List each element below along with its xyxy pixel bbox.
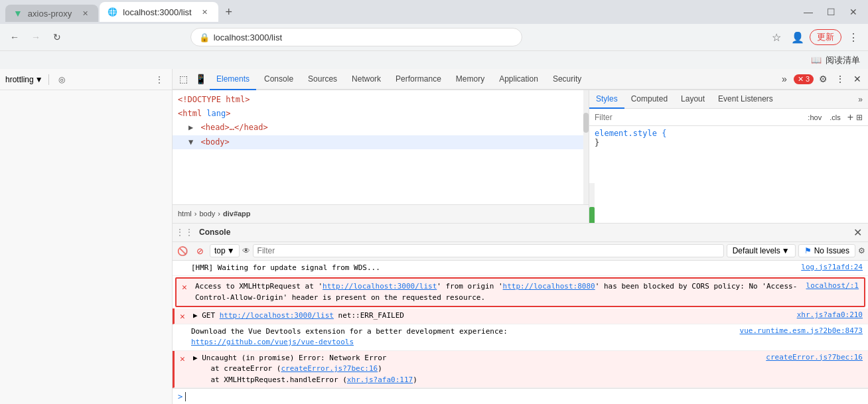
console-input-row: > <box>173 388 868 404</box>
get-error-source[interactable]: xhr.js?afa0:210 <box>792 310 863 319</box>
bookmark-button[interactable]: ☆ <box>767 28 786 46</box>
console-filter-button[interactable]: ⊘ <box>192 243 207 258</box>
cors-error-source[interactable]: localhost/:1 <box>801 281 859 290</box>
get-error-icon: ✕ <box>180 311 189 321</box>
console-filter-input[interactable] <box>253 244 724 257</box>
console-label: Console <box>194 228 236 237</box>
html-viewer[interactable]: <!DOCTYPE html> <html lang> ▶ <head>…</h… <box>173 90 589 204</box>
close-window-button[interactable]: ✕ <box>844 3 863 21</box>
styles-panel: Styles Computed Layout Event Listeners » <box>589 90 868 223</box>
tab-console[interactable]: Console <box>257 69 300 90</box>
log-levels-arrow: ▼ <box>782 246 790 255</box>
devtools-settings-button[interactable]: ⚙ <box>815 71 831 87</box>
vue-favicon: ▼ <box>13 8 23 19</box>
close-devtools-button[interactable]: ✕ <box>849 71 865 87</box>
divider <box>48 74 49 85</box>
uncaught-error-source[interactable]: createError.js?7bec:16 <box>760 353 863 362</box>
console-msg-uncaught: ✕ ▶ Uncaught (in promise) Error: Network… <box>173 351 868 389</box>
hmr-msg-source[interactable]: log.js?1afd:24 <box>796 263 863 271</box>
profile-button[interactable]: 👤 <box>788 28 807 46</box>
log-levels-select[interactable]: Default levels ▼ <box>727 244 796 257</box>
devtools-panel: ⬚ 📱 Elements Console Sources Network Per… <box>173 69 868 404</box>
more-menu-button[interactable]: ⋮ <box>844 28 863 46</box>
cors-link1[interactable]: http://localhost:3000/list <box>323 282 437 291</box>
styles-tab-layout[interactable]: Layout <box>674 90 711 109</box>
hov-filter-button[interactable]: :hov <box>805 113 824 122</box>
html-line-body[interactable]: ▼ <body> <box>173 135 589 149</box>
more-icon-btn[interactable]: ⋮ <box>152 72 167 87</box>
styles-tab-styles[interactable]: Styles <box>589 90 624 109</box>
hmr-msg-text: [HMR] Waiting for update signal from WDS… <box>191 263 796 274</box>
vue-devtools-link[interactable]: https://github.com/vuejs/vue-devtools <box>191 338 354 346</box>
issues-filter[interactable]: ⚑ No Issues <box>798 244 855 257</box>
console-caret <box>185 392 186 401</box>
error-badge: ✕ 3 <box>794 74 814 84</box>
styles-tabs: Styles Computed Layout Event Listeners » <box>589 90 868 109</box>
tab-security[interactable]: Security <box>546 69 588 90</box>
add-style-button[interactable]: + <box>847 111 853 123</box>
tab-close-localhost[interactable]: ✕ <box>200 7 210 17</box>
breadcrumb-html[interactable]: html <box>178 210 192 218</box>
tab-elements[interactable]: Elements <box>210 69 256 90</box>
breadcrumb-body[interactable]: body <box>199 210 215 218</box>
console-msg-get-error: ✕ ▶ GET http://localhost:3000/list net::… <box>173 308 868 324</box>
device-toolbar-button[interactable]: 📱 <box>192 71 208 87</box>
new-tab-button[interactable]: + <box>220 3 238 21</box>
cls-filter-button[interactable]: .cls <box>827 113 843 122</box>
cors-link2[interactable]: http://localhost:8080 <box>503 282 595 291</box>
minimize-window-button[interactable]: — <box>799 3 818 21</box>
clear-console-button[interactable]: 🚫 <box>175 243 190 258</box>
layout-icon[interactable]: ⊞ <box>856 113 863 122</box>
tab-sources[interactable]: Sources <box>301 69 344 90</box>
xhr-link[interactable]: xhr.js?afa0:117 <box>347 375 413 384</box>
throttling-arrow: ▼ <box>35 75 43 84</box>
styles-scrollbar[interactable] <box>589 183 595 223</box>
eye-icon[interactable]: 👁 <box>242 246 250 255</box>
createerror-link[interactable]: createError.js?7bec:16 <box>281 364 378 373</box>
console-msg-cors: ✕ Access to XMLHttpRequest at 'http://lo… <box>175 277 865 307</box>
uncaught-error-text: ▶ Uncaught (in promise) Error: Network E… <box>193 353 760 386</box>
back-button[interactable]: ← <box>5 28 24 46</box>
tab-localhost[interactable]: 🌐 localhost:3000/list ✕ <box>100 2 218 22</box>
reading-list-icon: 📖 <box>811 55 822 65</box>
styles-filter-input[interactable] <box>595 113 802 122</box>
browser-controls: ☆ 👤 更新 ⋮ <box>767 28 863 46</box>
address-bar[interactable]: 🔒 localhost:3000/list <box>190 28 522 46</box>
update-button[interactable]: 更新 <box>810 29 841 45</box>
tab-loading-icon: 🌐 <box>108 7 117 17</box>
secure-icon: 🔒 <box>199 33 210 42</box>
tab-label-axios: axios-proxy <box>28 9 72 19</box>
styles-tab-computed[interactable]: Computed <box>624 90 674 109</box>
console-close-button[interactable]: ✕ <box>849 224 865 240</box>
html-scrollbar[interactable] <box>583 90 589 204</box>
breadcrumb-div-app[interactable]: div#app <box>223 210 251 218</box>
tab-close-axios[interactable]: ✕ <box>80 8 90 19</box>
get-error-link[interactable]: http://localhost:3000/list <box>220 311 334 320</box>
console-panel: ⋮⋮ Console ✕ 🚫 ⊘ top ▼ 👁 Default levels <box>173 223 868 405</box>
styles-tab-event-listeners[interactable]: Event Listeners <box>711 90 780 109</box>
devtools-menu-button[interactable]: ⋮ <box>832 71 848 87</box>
tab-axios-proxy[interactable]: ▼ axios-proxy ✕ <box>5 5 98 22</box>
console-settings-button[interactable]: ⚙ <box>858 246 865 255</box>
reading-list-label: 阅读清单 <box>826 54 860 66</box>
restore-window-button[interactable]: ☐ <box>822 3 840 21</box>
vue-msg-text: Download the Vue Devtools extension for … <box>191 326 735 348</box>
more-tabs-button[interactable]: » <box>776 71 792 87</box>
styles-more-button[interactable]: » <box>853 95 868 104</box>
console-drag-icon: ⋮⋮ <box>175 227 194 237</box>
tab-memory[interactable]: Memory <box>449 69 491 90</box>
tab-performance[interactable]: Performance <box>389 69 448 90</box>
cors-error-text: Access to XMLHttpRequest at 'http://loca… <box>195 281 801 303</box>
tab-application[interactable]: Application <box>492 69 545 90</box>
context-select[interactable]: top ▼ <box>210 244 240 257</box>
tab-label-localhost: localhost:3000/list <box>123 7 191 17</box>
forward-button[interactable]: → <box>27 28 45 46</box>
inspect-element-button[interactable]: ⬚ <box>175 71 191 87</box>
tab-network[interactable]: Network <box>345 69 388 90</box>
console-prompt: > <box>178 392 182 401</box>
reload-button[interactable]: ↻ <box>48 28 66 46</box>
throttling-select[interactable]: hrottling ▼ <box>5 75 43 84</box>
sidebar-content <box>0 90 172 404</box>
vue-msg-source[interactable]: vue.runtime.esm.js?2b0e:8473 <box>735 326 863 335</box>
filter-icon-btn[interactable]: ◎ <box>54 72 69 87</box>
